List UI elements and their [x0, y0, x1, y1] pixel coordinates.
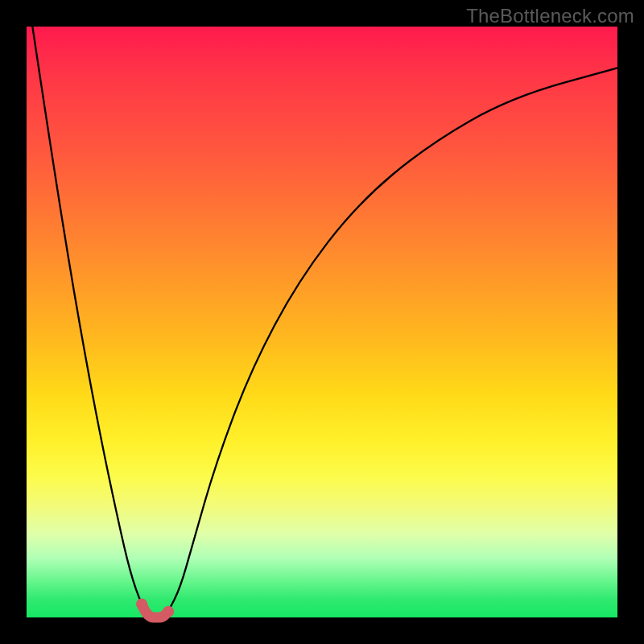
watermark-text: TheBottleneck.com: [466, 5, 634, 27]
chart-svg: [27, 27, 617, 617]
optimal-range-endpoint-left: [136, 598, 147, 609]
bottleneck-curve: [32, 27, 617, 617]
optimal-range-endpoint-right: [163, 606, 174, 617]
chart-plot-area: [27, 27, 617, 617]
chart-frame: TheBottleneck.com: [0, 0, 644, 644]
